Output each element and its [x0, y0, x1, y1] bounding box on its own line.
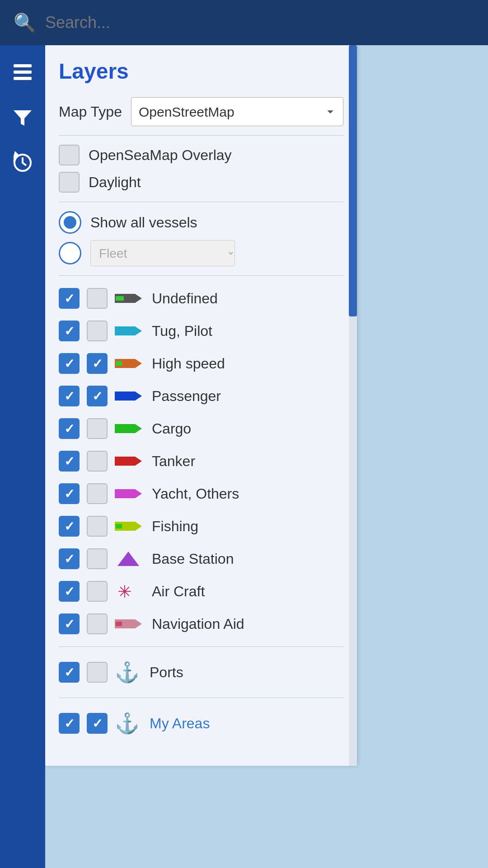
yacht-cb1[interactable] [59, 483, 80, 504]
show-all-vessels-radio[interactable] [59, 211, 81, 234]
vessel-row-tug: Tug, Pilot [59, 317, 343, 344]
layers-panel: Layers Map Type OpenStreetMap Satellite … [45, 45, 357, 766]
fleet-row: Fleet [59, 240, 343, 266]
scrollbar[interactable] [349, 45, 357, 766]
highspeed-cb2[interactable] [87, 353, 108, 374]
highspeed-cb1[interactable] [59, 353, 80, 374]
fishing-icon [115, 519, 142, 533]
svg-rect-18 [116, 524, 122, 528]
myareas-cb2[interactable] [87, 713, 108, 734]
aircraft-cb1[interactable] [59, 581, 80, 602]
tanker-cb1[interactable] [59, 451, 80, 472]
fleet-radio[interactable] [59, 242, 81, 264]
passenger-cb1[interactable] [59, 386, 80, 406]
svg-marker-19 [117, 552, 139, 566]
tanker-label: Tanker [152, 453, 195, 470]
vessel-row-highspeed: High speed [59, 350, 343, 377]
aircraft-cb2[interactable] [87, 581, 108, 602]
vessel-row-fishing: Fishing [59, 513, 343, 540]
ports-anchor-icon: ⚓ [115, 660, 140, 684]
daylight-label: Daylight [89, 174, 141, 191]
search-bar: 🔍 [0, 0, 488, 45]
navaid-label: Navigation Aid [152, 616, 244, 632]
svg-marker-3 [14, 110, 32, 126]
sidebar-item-history[interactable] [9, 149, 36, 176]
search-input[interactable] [45, 13, 474, 32]
show-all-vessels-row: Show all vessels [59, 211, 343, 234]
map-type-label: Map Type [59, 104, 122, 120]
tug-icon [115, 324, 142, 338]
svg-text:✳: ✳ [117, 582, 132, 601]
vessel-row-undefined: Undefined [59, 285, 343, 312]
sidebar [0, 45, 45, 868]
daylight-checkbox[interactable] [59, 172, 80, 193]
scrollbar-thumb[interactable] [349, 45, 357, 316]
sidebar-item-layers[interactable] [9, 59, 36, 86]
panel-title: Layers [59, 59, 343, 84]
aircraft-label: Air Craft [152, 583, 205, 600]
passenger-cb2[interactable] [87, 386, 108, 406]
my-areas-row: ⚓ My Areas [59, 707, 343, 740]
svg-rect-22 [116, 622, 122, 626]
cargo-cb1[interactable] [59, 418, 80, 439]
svg-marker-16 [115, 489, 142, 498]
passenger-label: Passenger [152, 388, 221, 405]
divider-5 [59, 698, 343, 698]
overlay-row-daylight: Daylight [59, 172, 343, 193]
navaid-cb1[interactable] [59, 613, 80, 634]
tug-cb1[interactable] [59, 321, 80, 341]
opensea-checkbox[interactable] [59, 145, 80, 165]
vessel-row-tanker: Tanker [59, 448, 343, 475]
tug-label: Tug, Pilot [152, 323, 212, 340]
ports-cb1[interactable] [59, 662, 80, 683]
svg-marker-13 [115, 424, 142, 433]
svg-rect-12 [116, 394, 122, 398]
basestation-cb1[interactable] [59, 548, 80, 569]
myareas-anchor-icon: ⚓ [115, 712, 140, 735]
tanker-cb2[interactable] [87, 451, 108, 472]
undefined-cb2[interactable] [87, 288, 108, 309]
ports-label: Ports [150, 664, 183, 681]
svg-rect-15 [116, 459, 122, 463]
vessel-row-passenger: Passenger [59, 382, 343, 410]
fleet-select[interactable]: Fleet [90, 240, 235, 266]
yacht-icon [115, 487, 142, 500]
map-type-select[interactable]: OpenStreetMap Satellite Terrain [131, 97, 343, 126]
ports-cb2[interactable] [87, 662, 108, 683]
search-icon: 🔍 [14, 12, 36, 33]
myareas-label: My Areas [150, 715, 210, 732]
divider-1 [59, 135, 343, 136]
fishing-label: Fishing [152, 518, 198, 535]
cargo-icon [115, 422, 142, 435]
navaid-cb2[interactable] [87, 613, 108, 634]
opensea-label: OpenSeaMap Overlay [89, 147, 232, 164]
highspeed-icon [115, 357, 142, 370]
svg-marker-5 [14, 153, 18, 156]
svg-rect-2 [14, 77, 32, 80]
fishing-cb1[interactable] [59, 516, 80, 537]
vessel-row-navaid: Navigation Aid [59, 610, 343, 637]
overlay-row-opensea: OpenSeaMap Overlay [59, 145, 343, 165]
myareas-cb1[interactable] [59, 713, 80, 734]
svg-rect-10 [116, 361, 122, 366]
cargo-cb2[interactable] [87, 418, 108, 439]
svg-rect-1 [14, 71, 32, 74]
svg-rect-7 [116, 296, 124, 301]
vessel-row-yacht: Yacht, Others [59, 480, 343, 507]
divider-3 [59, 275, 343, 276]
aircraft-icon: ✳ [115, 581, 142, 601]
undefined-icon [115, 292, 142, 305]
show-all-vessels-label: Show all vessels [90, 214, 197, 231]
fishing-cb2[interactable] [87, 516, 108, 537]
vessel-row-basestation: Base Station [59, 545, 343, 572]
tug-cb2[interactable] [87, 321, 108, 341]
divider-4 [59, 646, 343, 647]
basestation-cb2[interactable] [87, 548, 108, 569]
vessel-row-aircraft: ✳ Air Craft [59, 578, 343, 605]
svg-marker-8 [115, 326, 142, 335]
yacht-cb2[interactable] [87, 483, 108, 504]
yacht-label: Yacht, Others [152, 486, 239, 502]
tanker-icon [115, 454, 142, 468]
undefined-cb1[interactable] [59, 288, 80, 309]
sidebar-item-filter[interactable] [9, 104, 36, 131]
